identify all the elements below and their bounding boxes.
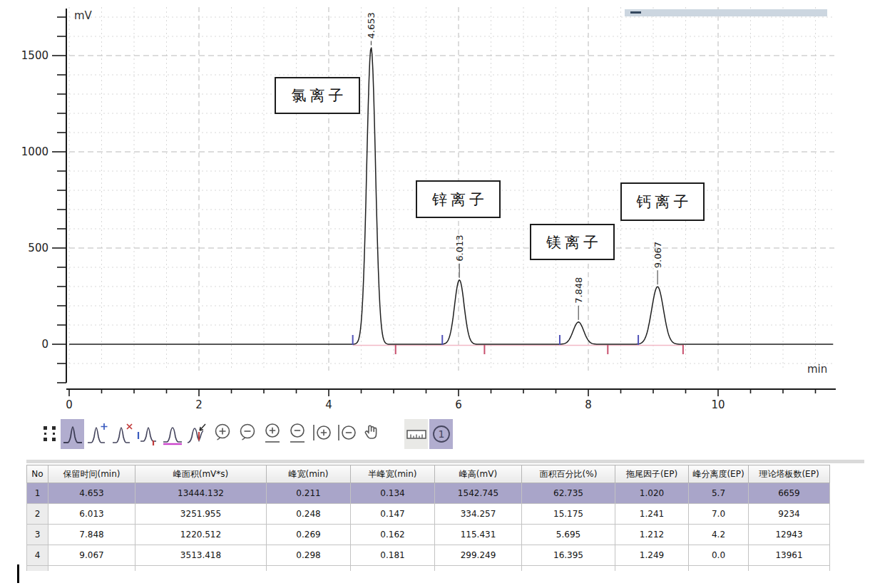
- table-row[interactable]: 14.65313444.1320.2110.1341542.74562.7351…: [27, 483, 830, 504]
- zoom-out-horizontal-button[interactable]: [335, 419, 359, 449]
- column-header[interactable]: 峰宽(min): [267, 465, 351, 483]
- zoom-in-vertical-button[interactable]: [260, 419, 284, 449]
- table-cell: [48, 566, 135, 572]
- zoom-in-horizontal-button[interactable]: [310, 419, 334, 449]
- peak-annotation-calcium: 钙离子: [620, 182, 705, 221]
- chromatogram-plot[interactable]: 05001000150002468104.6536.0137.8489.067 …: [0, 0, 870, 415]
- table-cell[interactable]: 0.298: [267, 545, 351, 566]
- overlay-1-button[interactable]: 1: [429, 419, 453, 449]
- table-cell[interactable]: 1.241: [615, 504, 689, 525]
- legend-line-swatch-icon: [630, 11, 641, 14]
- table-cell[interactable]: 6.013: [48, 504, 135, 525]
- table-row-partial: [27, 566, 830, 572]
- table-cell[interactable]: 0.134: [351, 483, 435, 504]
- table-cell: [522, 566, 615, 572]
- table-cell[interactable]: 62.735: [522, 483, 615, 504]
- table-cell[interactable]: 9234: [749, 504, 830, 525]
- svg-text:8: 8: [585, 398, 592, 411]
- zoom-in-horizontal-icon: [312, 422, 333, 446]
- ruler-button[interactable]: [404, 419, 428, 449]
- zoom-in-button[interactable]: [210, 419, 234, 449]
- peak-start-end-button[interactable]: [135, 419, 159, 449]
- table-cell[interactable]: 9.067: [48, 545, 135, 566]
- svg-text:10: 10: [711, 398, 725, 411]
- zoom-out-vertical-button[interactable]: [285, 419, 309, 449]
- peak-baseline-button[interactable]: [160, 419, 184, 449]
- table-cell: [615, 566, 689, 572]
- table-cell[interactable]: 12943: [749, 525, 830, 545]
- table-cell[interactable]: 334.257: [435, 504, 522, 525]
- svg-text:0: 0: [41, 338, 48, 351]
- row-number-cell[interactable]: 1: [27, 483, 48, 504]
- column-header[interactable]: 理论塔板数(EP): [749, 465, 830, 483]
- table-cell[interactable]: 16.395: [522, 545, 615, 566]
- table-cell[interactable]: 4.2: [689, 525, 749, 545]
- row-number-cell[interactable]: 2: [27, 504, 48, 525]
- table-cell[interactable]: 15.175: [522, 504, 615, 525]
- table-cell[interactable]: 1220.512: [135, 525, 267, 545]
- zoom-in-icon: [212, 422, 233, 446]
- table-cell[interactable]: 3513.418: [135, 545, 267, 566]
- table-cell: [135, 566, 267, 572]
- table-cell: [27, 566, 48, 572]
- table-cell[interactable]: 1542.745: [435, 483, 522, 504]
- table-cell[interactable]: 115.431: [435, 525, 522, 545]
- table-cell[interactable]: 5.695: [522, 525, 615, 545]
- table-cell[interactable]: 5.7: [689, 483, 749, 504]
- svg-text:1500: 1500: [21, 49, 48, 62]
- svg-text:4.653: 4.653: [366, 12, 377, 38]
- table-row[interactable]: 37.8481220.5120.2690.162115.4315.6951.21…: [27, 525, 830, 545]
- table-cell: [435, 566, 522, 572]
- table-cell[interactable]: 13961: [749, 545, 830, 566]
- column-header[interactable]: 面积百分比(%): [522, 465, 615, 483]
- fit-view-button[interactable]: [41, 419, 59, 449]
- svg-text:1000: 1000: [21, 145, 48, 158]
- table-cell[interactable]: 7.0: [689, 504, 749, 525]
- column-header[interactable]: 峰高(mV): [435, 465, 522, 483]
- table-cell[interactable]: 1.212: [615, 525, 689, 545]
- table-cell[interactable]: 0.147: [351, 504, 435, 525]
- table-cell[interactable]: 1.020: [615, 483, 689, 504]
- table-cell[interactable]: 1.249: [615, 545, 689, 566]
- table-row[interactable]: 26.0133251.9550.2480.147334.25715.1751.2…: [27, 504, 830, 525]
- row-number-cell[interactable]: 3: [27, 525, 48, 545]
- table-row[interactable]: 49.0673513.4180.2980.181299.24916.3951.2…: [27, 545, 830, 566]
- column-header[interactable]: 峰面积(mV*s): [135, 465, 267, 483]
- table-top-separator: [26, 460, 864, 463]
- pan-hand-icon: [362, 422, 383, 446]
- column-header[interactable]: 拖尾因子(EP): [615, 465, 689, 483]
- row-number-cell[interactable]: 4: [27, 545, 48, 566]
- column-header[interactable]: No: [27, 465, 48, 483]
- table-cell[interactable]: 6659: [749, 483, 830, 504]
- column-header[interactable]: 保留时间(min): [48, 465, 135, 483]
- peak-tool-button[interactable]: [61, 419, 84, 449]
- table-cell: [351, 566, 435, 572]
- zoom-out-button[interactable]: [235, 419, 259, 449]
- table-cell[interactable]: 7.848: [48, 525, 135, 545]
- table-cell[interactable]: 0.248: [267, 504, 351, 525]
- text-cursor: [17, 564, 19, 583]
- zoom-in-vertical-icon: [262, 422, 283, 446]
- delete-peak-button[interactable]: [111, 419, 134, 449]
- peak-split-button[interactable]: [185, 419, 209, 449]
- peak-results-table: No保留时间(min)峰面积(mV*s)峰宽(min)半峰宽(min)峰高(mV…: [26, 465, 830, 571]
- svg-text:1: 1: [438, 428, 444, 440]
- table-cell[interactable]: 3251.955: [135, 504, 267, 525]
- zoom-out-horizontal-icon: [337, 422, 358, 446]
- table-cell[interactable]: 299.249: [435, 545, 522, 566]
- pan-button[interactable]: [360, 419, 384, 449]
- svg-text:4: 4: [325, 398, 332, 411]
- table-cell[interactable]: 0.269: [267, 525, 351, 545]
- table-cell[interactable]: 0.211: [267, 483, 351, 504]
- column-header[interactable]: 峰分离度(EP): [689, 465, 749, 483]
- add-peak-button[interactable]: [86, 419, 109, 449]
- peak-annotation-zinc: 锌离子: [416, 180, 501, 218]
- table-cell[interactable]: 4.653: [48, 483, 135, 504]
- table-cell[interactable]: 0.162: [351, 525, 435, 545]
- peak-annotation-magnesium: 镁离子: [530, 224, 615, 260]
- table-cell[interactable]: 13444.132: [135, 483, 267, 504]
- column-header[interactable]: 半峰宽(min): [351, 465, 435, 483]
- peak-annotation-chloride: 氯离子: [275, 77, 360, 114]
- table-cell[interactable]: 0.0: [689, 545, 749, 566]
- table-cell[interactable]: 0.181: [351, 545, 435, 566]
